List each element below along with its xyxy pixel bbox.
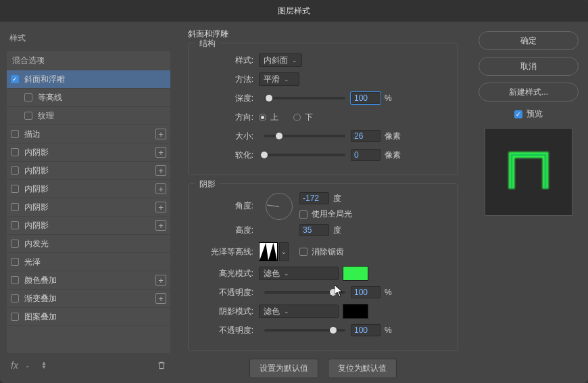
technique-select[interactable]: 平滑⌄ — [259, 72, 299, 86]
title-bar: 图层样式 — [0, 0, 588, 22]
depth-input[interactable]: 100 — [351, 92, 381, 104]
style-checkbox[interactable] — [11, 130, 19, 138]
size-slider[interactable] — [264, 135, 345, 137]
style-checkbox[interactable] — [24, 93, 32, 102]
shadow-mode-select[interactable]: 滤色⌄ — [259, 305, 339, 318]
style-checkbox[interactable] — [11, 313, 19, 321]
structure-legend: 结构 — [195, 38, 220, 49]
style-item-0[interactable]: 斜面和浮雕 — [7, 70, 170, 89]
reorder-arrows[interactable]: ▲▼ — [41, 361, 47, 369]
ok-button[interactable]: 确定 — [479, 31, 579, 50]
gloss-contour-label: 光泽等高线: — [198, 246, 253, 258]
reset-default-button[interactable]: 复位为默认值 — [328, 359, 397, 378]
style-checkbox[interactable] — [11, 148, 19, 156]
fx-icon[interactable]: fx — [11, 360, 18, 371]
style-select[interactable]: 内斜面⌄ — [259, 53, 302, 67]
style-item-5[interactable]: 内阴影+ — [7, 162, 170, 180]
highlight-mode-label: 高光模式: — [198, 268, 253, 279]
gloss-contour-caret[interactable]: ⌄ — [279, 242, 289, 261]
altitude-label: 高度: — [198, 225, 253, 236]
shadow-opacity-label: 不透明度: — [198, 325, 253, 336]
style-label: 内阴影 — [24, 183, 155, 195]
direction-down-radio[interactable] — [293, 114, 301, 121]
style-item-1[interactable]: 等高线 — [7, 89, 170, 107]
shadow-color-swatch[interactable] — [343, 304, 368, 319]
highlight-color-swatch[interactable] — [343, 266, 368, 281]
global-light-checkbox[interactable] — [299, 210, 308, 219]
anti-alias-checkbox[interactable] — [299, 248, 308, 256]
style-label: 内阴影 — [24, 220, 155, 231]
depth-slider[interactable] — [264, 97, 345, 99]
direction-up-radio[interactable] — [259, 114, 266, 121]
altitude-input[interactable]: 35 — [299, 224, 329, 236]
highlight-opacity-slider[interactable] — [264, 291, 345, 294]
style-label: 纹理 — [38, 110, 166, 122]
style-checkbox[interactable] — [11, 221, 19, 229]
dialog-title: 图层样式 — [278, 5, 310, 17]
style-checkbox[interactable] — [11, 276, 19, 284]
make-default-button[interactable]: 设置为默认值 — [249, 359, 318, 378]
add-effect-icon[interactable]: + — [155, 147, 166, 158]
add-effect-icon[interactable]: + — [155, 129, 166, 139]
trash-icon[interactable] — [157, 361, 166, 370]
angle-input[interactable]: -172 — [299, 192, 329, 204]
blending-options-item[interactable]: 混合选项 — [7, 51, 170, 70]
chevron-down-icon: ⌄ — [284, 308, 289, 315]
style-item-12[interactable]: 渐变叠加+ — [7, 290, 170, 308]
size-label: 大小: — [198, 131, 253, 142]
preview-box — [485, 128, 572, 216]
style-checkbox[interactable] — [11, 258, 19, 266]
gloss-contour-picker[interactable] — [259, 242, 278, 261]
styles-header[interactable]: 样式 — [7, 28, 170, 48]
style-checkbox[interactable] — [11, 203, 19, 211]
style-item-10[interactable]: 光泽 — [7, 253, 170, 271]
shadow-opacity-slider[interactable] — [264, 329, 345, 332]
style-item-6[interactable]: 内阴影+ — [7, 180, 170, 198]
soften-slider[interactable] — [264, 154, 345, 156]
shadow-mode-label: 阴影模式: — [198, 306, 253, 317]
style-item-2[interactable]: 纹理 — [7, 107, 170, 125]
chevron-down-icon: ⌄ — [292, 57, 297, 64]
style-item-11[interactable]: 颜色叠加+ — [7, 271, 170, 290]
depth-label: 深度: — [198, 93, 253, 104]
highlight-mode-select[interactable]: 滤色⌄ — [259, 267, 339, 280]
size-input[interactable]: 26 — [351, 130, 381, 142]
style-item-8[interactable]: 内阴影+ — [7, 217, 170, 235]
soften-label: 软化: — [198, 150, 253, 161]
style-checkbox[interactable] — [11, 185, 19, 193]
angle-label: 角度: — [198, 200, 253, 212]
section-title: 斜面和浮雕 — [188, 28, 458, 40]
add-effect-icon[interactable]: + — [155, 165, 166, 176]
add-effect-icon[interactable]: + — [155, 293, 166, 304]
style-checkbox[interactable] — [11, 294, 19, 302]
preview-checkbox[interactable] — [514, 110, 522, 118]
shadow-opacity-input[interactable]: 100 — [351, 324, 381, 336]
style-item-7[interactable]: 内阴影+ — [7, 198, 170, 217]
add-effect-icon[interactable]: + — [155, 275, 166, 286]
add-effect-icon[interactable]: + — [155, 202, 166, 212]
chevron-down-icon: ⌄ — [284, 270, 289, 277]
style-item-4[interactable]: 内阴影+ — [7, 143, 170, 162]
angle-dial[interactable] — [266, 193, 293, 220]
cancel-button[interactable]: 取消 — [479, 57, 579, 76]
structure-group: 结构 样式: 内斜面⌄ 方法: 平滑⌄ 深度: 100 % 方向: — [188, 43, 458, 175]
shading-legend: 阴影 — [195, 179, 220, 190]
style-label: 颜色叠加 — [24, 275, 155, 286]
style-checkbox[interactable] — [11, 166, 19, 175]
style-label: 斜面和浮雕 — [24, 74, 166, 85]
style-item-13[interactable]: 图案叠加 — [7, 308, 170, 326]
add-effect-icon[interactable]: + — [155, 220, 166, 231]
style-label: 内发光 — [24, 238, 166, 250]
style-checkbox[interactable] — [24, 112, 32, 120]
style-item-9[interactable]: 内发光 — [7, 235, 170, 253]
new-style-button[interactable]: 新建样式... — [479, 83, 579, 102]
fx-caret-icon[interactable]: ⌄ — [25, 362, 30, 369]
style-item-3[interactable]: 描边+ — [7, 125, 170, 143]
soften-input[interactable]: 0 — [351, 149, 381, 161]
style-checkbox[interactable] — [11, 240, 19, 248]
style-checkbox[interactable] — [11, 75, 19, 83]
direction-label: 方向: — [198, 112, 253, 123]
styles-footer: fx ⌄ ▲▼ — [7, 353, 170, 378]
highlight-opacity-input[interactable]: 100 — [351, 286, 381, 298]
add-effect-icon[interactable]: + — [155, 183, 166, 194]
